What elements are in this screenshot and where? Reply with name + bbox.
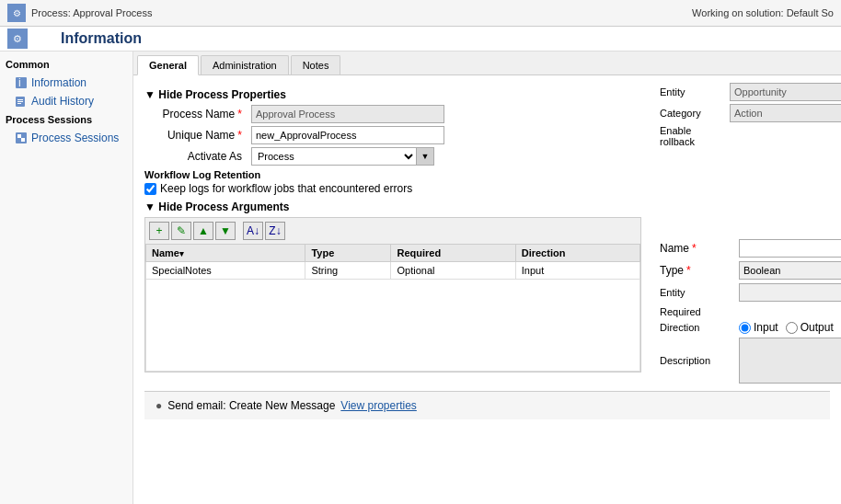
activate-as-select[interactable]: Process (251, 147, 417, 166)
workflow-checkbox-label: Keep logs for workflow jobs that encount… (160, 182, 412, 195)
section-process-arguments[interactable]: ▼ Hide Process Arguments (144, 200, 641, 213)
entity-label-right: Entity (660, 86, 724, 97)
direction-input-label: Input (754, 321, 778, 334)
svg-rect-3 (17, 99, 23, 100)
enable-rollback-label: Enable rollback (660, 125, 724, 147)
tab-administration[interactable]: Administration (201, 55, 289, 74)
content-area: General Administration Notes ▼ Hide Proc… (133, 52, 841, 504)
sidebar-item-process-sessions[interactable]: Process Sessions (0, 129, 132, 147)
section-process-properties[interactable]: ▼ Hide Process Properties (144, 88, 641, 101)
argument-detail-panel: Name * Type * Boolean ▼ (660, 239, 841, 384)
description-textarea[interactable] (739, 338, 841, 384)
unique-name-input[interactable] (251, 126, 444, 144)
type-label-right: Type * (660, 264, 733, 277)
direction-output-label: Output (801, 321, 834, 334)
entity-input[interactable] (730, 83, 841, 101)
entity-label-arg: Entity (660, 287, 733, 298)
step-item: ● Send email: Create New Message View pr… (156, 399, 819, 412)
arguments-toolbar: + ✎ ▲ ▼ A↓ Z↓ (144, 217, 641, 244)
step-text: Send email: Create New Message (167, 399, 335, 412)
sort-za-button[interactable]: Z↓ (265, 222, 285, 240)
category-input[interactable] (730, 104, 841, 122)
description-label-right: Description (660, 355, 733, 366)
process-sessions-icon (15, 132, 28, 144)
audit-icon (15, 95, 28, 108)
arguments-table-container: Name▾ Type Required Direction SpecialNot… (144, 244, 641, 372)
svg-rect-8 (21, 138, 25, 142)
entity-select-right[interactable] (739, 283, 841, 302)
svg-rect-4 (17, 101, 23, 102)
cell-required: Optional (391, 262, 515, 280)
tab-bar: General Administration Notes (133, 52, 841, 75)
process-name-input[interactable] (251, 105, 444, 123)
move-up-button[interactable]: ▲ (193, 222, 213, 240)
workflow-retention-section: Workflow Log Retention Keep logs for wor… (144, 169, 641, 195)
table-row[interactable]: SpecialNotes String Optional Input (146, 262, 640, 280)
type-select-right[interactable]: Boolean (739, 261, 841, 280)
right-panel: Entity Category Enable rollback Name * (651, 83, 841, 384)
sidebar-process-sessions-header: Process Sessions (0, 110, 132, 129)
step-view-properties-link[interactable]: View properties (340, 399, 417, 412)
working-on-label: Working on solution: Default So (692, 7, 834, 18)
step-bullet: ● (156, 399, 162, 412)
cell-direction: Input (515, 262, 639, 280)
app-icon: ⚙ (7, 4, 26, 22)
direction-output-radio[interactable] (786, 322, 798, 334)
step-section: ● Send email: Create New Message View pr… (144, 391, 830, 419)
information-icon: i (15, 76, 28, 89)
sidebar-item-audit-history[interactable]: Audit History (0, 92, 132, 110)
sidebar: Common i Information Audit History Proce… (0, 52, 133, 504)
required-label-right: Required (660, 306, 733, 317)
svg-rect-0 (16, 77, 27, 88)
name-label-right: Name * (660, 242, 733, 255)
workflow-checkbox-row: Keep logs for workflow jobs that encount… (144, 182, 641, 195)
add-argument-button[interactable]: + (149, 222, 169, 240)
col-direction: Direction (515, 245, 639, 262)
tab-notes[interactable]: Notes (291, 55, 341, 74)
process-name-label: Process Name * (144, 108, 246, 120)
col-name: Name▾ (146, 245, 305, 262)
move-down-button[interactable]: ▼ (215, 222, 236, 240)
tab-general[interactable]: General (137, 55, 199, 75)
cell-type: String (305, 262, 391, 280)
direction-label-right: Direction (660, 322, 733, 333)
top-bar: ⚙ Process: Approval Process Working on s… (0, 0, 841, 27)
required-checkbox-right[interactable] (739, 305, 841, 317)
cell-name: SpecialNotes (146, 262, 305, 280)
svg-rect-5 (17, 103, 21, 104)
workflow-retention-label: Workflow Log Retention (144, 169, 641, 180)
activate-as-container: Process ▼ (251, 147, 444, 166)
enable-rollback-checkbox[interactable] (730, 131, 841, 143)
activate-as-arrow[interactable]: ▼ (416, 147, 434, 166)
svg-rect-7 (17, 134, 21, 138)
arguments-table: Name▾ Type Required Direction SpecialNot… (145, 244, 640, 372)
activate-as-label: Activate As (144, 150, 246, 163)
col-required: Required (391, 245, 515, 262)
workflow-checkbox[interactable] (144, 183, 156, 195)
sidebar-item-information[interactable]: i Information (0, 74, 132, 92)
unique-name-label: Unique Name * (144, 129, 246, 142)
category-label-right: Category (660, 108, 724, 119)
entity-category-section: Entity Category Enable rollback (660, 83, 841, 147)
svg-text:i: i (18, 76, 21, 89)
name-input-right[interactable] (739, 239, 841, 258)
sort-az-button[interactable]: A↓ (243, 222, 263, 240)
top-bar-process-label: Process: Approval Process (31, 7, 152, 18)
page-title: Information (61, 29, 142, 49)
sidebar-common-header: Common (0, 55, 132, 74)
col-type: Type (305, 245, 391, 262)
direction-radio-group: Input Output (739, 321, 841, 334)
direction-input-radio[interactable] (739, 322, 751, 334)
edit-argument-button[interactable]: ✎ (171, 222, 191, 240)
